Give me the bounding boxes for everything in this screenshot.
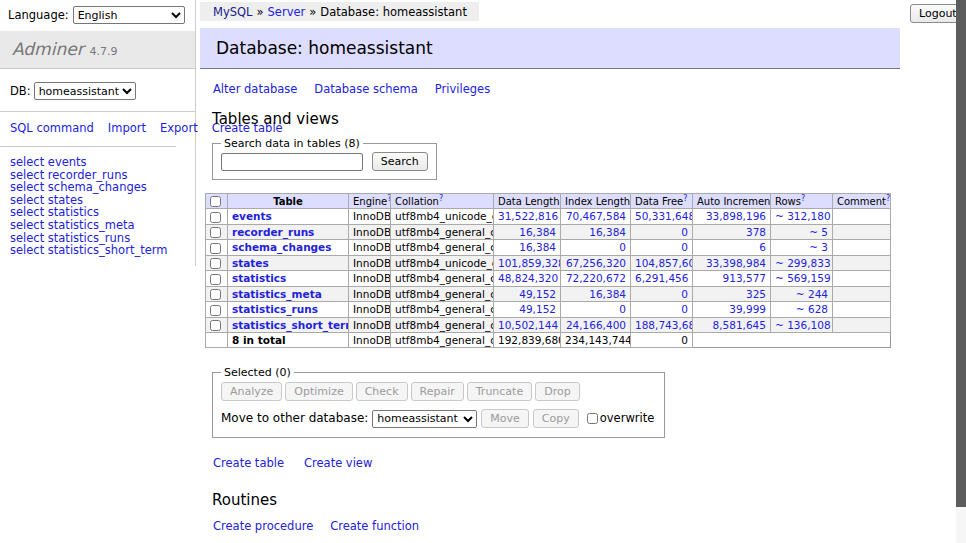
data_length-value[interactable]: 101,859,328 bbox=[498, 257, 561, 269]
selected-fieldset: Selected (0) AnalyzeOptimizeCheckRepairT… bbox=[212, 366, 665, 438]
rows-value[interactable]: ~ 569,159 bbox=[775, 272, 831, 284]
collation-cell: utf8mb4_general_ci bbox=[391, 333, 494, 348]
table-name-link[interactable]: statistics_runs bbox=[232, 303, 318, 315]
data_length-value[interactable]: 49,152 bbox=[519, 303, 556, 315]
auto_increment-value[interactable]: 378 bbox=[746, 226, 766, 238]
row-checkbox[interactable] bbox=[210, 274, 221, 285]
check-button[interactable]: Check bbox=[356, 382, 408, 401]
row-checkbox[interactable] bbox=[210, 227, 221, 238]
sidebar-select-link[interactable]: select statistics_short_term bbox=[10, 244, 185, 257]
data_free-value[interactable]: 188,743,680 bbox=[635, 319, 693, 331]
create-link[interactable]: Create view bbox=[304, 456, 372, 470]
index_length-value[interactable]: 16,384 bbox=[589, 288, 626, 300]
sidebar: Language:English Adminer 4.7.9 DB:homeas… bbox=[0, 0, 196, 266]
auto_increment-value[interactable]: 325 bbox=[746, 288, 766, 300]
row-checkbox[interactable] bbox=[210, 212, 221, 223]
search-input[interactable] bbox=[221, 153, 363, 171]
auto_increment-cell: 33,898,196 bbox=[693, 209, 771, 225]
optimize-button[interactable]: Optimize bbox=[285, 382, 352, 401]
create-link[interactable]: Create table bbox=[213, 456, 284, 470]
auto_increment-value[interactable]: 33,898,196 bbox=[706, 210, 766, 222]
row-checkbox[interactable] bbox=[210, 305, 221, 316]
vertical-scrollbar[interactable] bbox=[956, 0, 966, 543]
data_length-value[interactable]: 16,384 bbox=[519, 241, 556, 253]
rows-value[interactable]: ~ 5 bbox=[809, 226, 828, 238]
index_length-value[interactable]: 0 bbox=[619, 241, 626, 253]
sidebar-select-link[interactable]: select schema_changes bbox=[10, 181, 185, 194]
repair-button[interactable]: Repair bbox=[411, 382, 464, 401]
rows-value[interactable]: ~ 312,180 bbox=[775, 210, 831, 222]
routine-create-link[interactable]: Create function bbox=[330, 519, 419, 533]
drop-button[interactable]: Drop bbox=[535, 382, 579, 401]
rows-value[interactable]: ~ 299,833 bbox=[775, 257, 831, 269]
auto_increment-value[interactable]: 913,577 bbox=[723, 272, 766, 284]
index_length-value[interactable]: 70,467,584 bbox=[566, 210, 626, 222]
rows-value[interactable]: ~ 628 bbox=[796, 303, 828, 315]
data_length-value[interactable]: 48,824,320 bbox=[498, 272, 558, 284]
help-link[interactable]: ? bbox=[886, 194, 890, 203]
auto_increment-value[interactable]: 39,999 bbox=[729, 303, 766, 315]
table-name-link[interactable]: statistics_meta bbox=[232, 288, 322, 300]
data_free-value[interactable]: 50,331,648 bbox=[635, 210, 693, 222]
auto_increment-value[interactable]: 8,581,645 bbox=[713, 319, 766, 331]
table-name-link[interactable]: events bbox=[232, 210, 272, 222]
sidebar-select-link[interactable]: select events bbox=[10, 156, 185, 169]
index_length-value[interactable]: 24,166,400 bbox=[566, 319, 626, 331]
move-database-select[interactable]: homeassistant bbox=[372, 410, 477, 428]
search-button[interactable]: Search bbox=[372, 152, 428, 171]
table-name-link[interactable]: states bbox=[232, 257, 269, 269]
sidebar-link[interactable]: Export bbox=[160, 121, 198, 135]
tables-heading: Tables and views bbox=[212, 110, 900, 128]
data_free-value[interactable]: 0 bbox=[681, 303, 688, 315]
table-name-link[interactable]: statistics bbox=[232, 272, 286, 284]
analyze-button[interactable]: Analyze bbox=[221, 382, 282, 401]
data_free-value[interactable]: 6,291,456 bbox=[635, 272, 688, 284]
help-link[interactable]: ? bbox=[683, 194, 687, 203]
data_length-value[interactable]: 49,152 bbox=[519, 288, 556, 300]
copy-button[interactable]: Copy bbox=[533, 409, 579, 428]
index_length-value[interactable]: 0 bbox=[619, 303, 626, 315]
breadcrumb-mysql-link[interactable]: MySQL bbox=[213, 5, 253, 19]
help-link[interactable]: ? bbox=[801, 194, 805, 203]
row-checkbox[interactable] bbox=[210, 243, 221, 254]
data_free-value[interactable]: 0 bbox=[681, 288, 688, 300]
language-select[interactable]: English bbox=[73, 6, 185, 24]
data_length-value[interactable]: 31,522,816 bbox=[498, 210, 558, 222]
table-name-link[interactable]: schema_changes bbox=[232, 241, 332, 253]
index_length-value[interactable]: 72,220,672 bbox=[566, 272, 626, 284]
sidebar-link[interactable]: SQL command bbox=[10, 121, 94, 135]
database-action-link[interactable]: Alter database bbox=[213, 82, 297, 96]
data_free-value[interactable]: 0 bbox=[681, 226, 688, 238]
rows-value[interactable]: ~ 3 bbox=[809, 241, 828, 253]
rows-value[interactable]: ~ 136,108 bbox=[775, 319, 831, 331]
auto_increment-value[interactable]: 6 bbox=[759, 241, 766, 253]
database-action-link[interactable]: Privileges bbox=[435, 82, 490, 96]
help-link[interactable]: ? bbox=[439, 194, 443, 203]
row-checkbox[interactable] bbox=[210, 320, 221, 331]
select-all-checkbox[interactable] bbox=[210, 196, 221, 207]
routine-create-link[interactable]: Create procedure bbox=[213, 519, 313, 533]
db-select[interactable]: homeassistant bbox=[34, 82, 136, 100]
index_length-value[interactable]: 67,256,320 bbox=[566, 257, 626, 269]
sidebar-link[interactable]: Import bbox=[108, 121, 146, 135]
data_length-value[interactable]: 16,384 bbox=[519, 226, 556, 238]
sidebar-select-link[interactable]: select statistics_meta bbox=[10, 219, 185, 232]
data_length-value[interactable]: 10,502,144 bbox=[498, 319, 558, 331]
empty-cell bbox=[206, 333, 228, 348]
auto_increment-value[interactable]: 33,398,984 bbox=[706, 257, 766, 269]
row-checkbox[interactable] bbox=[210, 289, 221, 300]
scrollbar-thumb[interactable] bbox=[956, 0, 966, 507]
rows-value[interactable]: ~ 244 bbox=[796, 288, 828, 300]
truncate-button[interactable]: Truncate bbox=[467, 382, 532, 401]
column-header-label: Collation bbox=[395, 196, 439, 207]
move-button[interactable]: Move bbox=[481, 409, 529, 428]
data_free-value[interactable]: 104,857,600 bbox=[635, 257, 693, 269]
table-name-link[interactable]: recorder_runs bbox=[232, 226, 314, 238]
database-action-link[interactable]: Database schema bbox=[314, 82, 417, 96]
overwrite-checkbox[interactable] bbox=[587, 413, 598, 424]
row-checkbox[interactable] bbox=[210, 258, 221, 269]
index_length-value[interactable]: 16,384 bbox=[589, 226, 626, 238]
data_free-value[interactable]: 0 bbox=[681, 241, 688, 253]
table-name-link[interactable]: statistics_short_term bbox=[232, 319, 349, 331]
breadcrumb-server-link[interactable]: Server bbox=[268, 5, 306, 19]
